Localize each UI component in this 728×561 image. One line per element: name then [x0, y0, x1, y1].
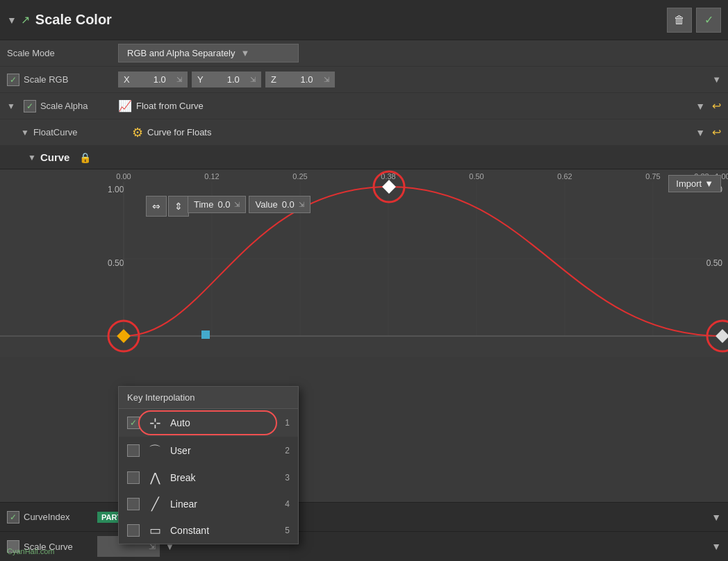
value-label: Value	[255, 199, 277, 210]
rgb-extra-arrow-icon[interactable]: ▼	[712, 74, 721, 85]
key-interp-title: Key Interpolation	[127, 392, 195, 403]
value-value: 0.0	[282, 199, 295, 210]
float-curve-row: ▼ FloatCurve ⚙ Curve for Floats ▼ ↩	[0, 119, 728, 146]
scale-alpha-content: 📈 Float from Curve ▼ ↩	[118, 99, 721, 112]
ki-constant-num: 5	[285, 526, 290, 535]
main-panel: ▼ ↗ Scale Color 🗑 ✓ Scale Mode RGB and A…	[0, 0, 728, 561]
scale-mode-label: Scale Mode	[7, 48, 118, 58]
scale-alpha-arrow-icon[interactable]: ▼	[695, 101, 705, 112]
scale-rgb-inputs: X 1.0 ⇲ Y 1.0 ⇲ Z 1.0 ⇲ ▼	[118, 72, 721, 87]
collapse-arrow-icon[interactable]: ▼	[7, 15, 17, 26]
scale-curve-arrow-icon[interactable]: ▼	[711, 541, 721, 552]
svg-text:0.75: 0.75	[645, 172, 660, 181]
ki-break-icon: ⋀	[147, 470, 163, 485]
svg-rect-20	[382, 180, 396, 194]
key-interp-header: Key Interpolation	[119, 387, 298, 409]
watermark: CyanHall.com	[7, 547, 54, 555]
svg-text:0.00: 0.00	[116, 172, 131, 181]
check-icon: ✓	[704, 13, 713, 26]
curve-index-checkbox[interactable]: ✓	[7, 511, 19, 524]
float-curve-arrow-icon[interactable]: ▼	[695, 127, 705, 138]
y-axis-scale-button[interactable]: ⇕	[168, 196, 189, 217]
curve-index-arrow-icon[interactable]: ▼	[711, 512, 721, 523]
scale-rgb-x-value: 1.0	[154, 74, 166, 85]
scale-rgb-z-input[interactable]: Z 1.0 ⇲	[265, 72, 335, 87]
ki-auto-checkbox: ✓	[127, 417, 140, 429]
scale-rgb-z-label: Z	[271, 74, 276, 85]
scale-rgb-row: ✓ Scale RGB X 1.0 ⇲ Y 1.0 ⇲ Z 1.0 ⇲ ▼	[0, 67, 728, 93]
scale-alpha-checkbox[interactable]: ✓	[24, 100, 36, 112]
ki-linear-icon: ╱	[147, 496, 163, 512]
import-button[interactable]: Import ▼	[668, 175, 721, 192]
ki-auto-check-icon: ✓	[130, 418, 137, 428]
ki-break-checkbox	[127, 471, 140, 484]
dropdown-arrow-icon: ▼	[240, 48, 249, 58]
confirm-button[interactable]: ✓	[696, 8, 721, 33]
float-curve-label-inner: ▼ FloatCurve	[21, 127, 132, 137]
time-expand-icon: ⇲	[234, 201, 240, 208]
key-interp-user[interactable]: ⌒ User 2	[119, 437, 298, 464]
curve-svg: 0.00 0.12 0.25 0.38 0.50 0.62 0.75 0.88 …	[0, 169, 728, 357]
time-input[interactable]: Time 0.0 ⇲	[188, 196, 246, 213]
scale-rgb-y-input[interactable]: Y 1.0 ⇲	[192, 72, 261, 87]
svg-rect-22	[201, 330, 210, 339]
ki-linear-checkbox	[127, 498, 140, 510]
float-curve-content: ⚙ Curve for Floats ▼ ↩	[132, 125, 721, 140]
scale-rgb-x-input[interactable]: X 1.0 ⇲	[118, 72, 188, 87]
float-curve-collapse-icon[interactable]: ▼	[21, 128, 29, 137]
ki-break-label: Break	[170, 472, 278, 483]
curve-index-check-icon: ✓	[10, 512, 17, 522]
scale-mode-value: RGB and Alpha Separately	[127, 48, 235, 58]
bottom-area: ✓ CurveIndex PARTICLES NormalizedAge ▼ S…	[0, 502, 728, 561]
scale-mode-dropdown[interactable]: RGB and Alpha Separately ▼	[118, 44, 299, 62]
cylinder-stack-icon: ⚙	[132, 125, 143, 140]
key-interp-constant[interactable]: ▭ Constant 5	[119, 517, 298, 544]
key-interp-auto[interactable]: ✓ ⊹ Auto 1	[119, 409, 298, 437]
float-curve-label-wrap: ▼ FloatCurve	[21, 127, 132, 137]
scale-curve-row: Scale Curve ⇲ ▼ ▼	[0, 531, 728, 561]
scale-rgb-y-value: 1.0	[227, 74, 240, 85]
ki-auto-num: 1	[285, 418, 290, 428]
value-input[interactable]: Value 0.0 ⇲	[249, 196, 310, 213]
key-interpolation-dropdown: Key Interpolation ✓ ⊹ Auto 1 ⌒ User 2 ⋀ …	[118, 386, 299, 544]
key-interp-linear[interactable]: ╱ Linear 4	[119, 491, 298, 517]
curve-index-label-wrap: ✓ CurveIndex	[7, 511, 97, 524]
curve-index-row: ✓ CurveIndex PARTICLES NormalizedAge ▼	[0, 502, 728, 531]
key-interp-break[interactable]: ⋀ Break 3	[119, 464, 298, 491]
scale-alpha-check-icon: ✓	[26, 101, 33, 111]
scale-alpha-undo-icon[interactable]: ↩	[712, 99, 721, 112]
float-curve-undo-icon[interactable]: ↩	[712, 126, 721, 139]
float-from-curve-label: Float from Curve	[136, 101, 204, 111]
expand-z-icon: ⇲	[324, 76, 329, 83]
float-curve-actions: ▼ ↩	[695, 126, 721, 139]
axis-buttons: ⇔ ⇕	[146, 196, 189, 217]
x-axis-scale-button[interactable]: ⇔	[146, 196, 167, 217]
curve-index-cb-wrap: ✓ CurveIndex	[7, 511, 97, 524]
ki-linear-label: Linear	[170, 499, 278, 510]
ki-user-checkbox	[127, 444, 140, 457]
ki-constant-checkbox	[127, 524, 140, 537]
svg-text:0.62: 0.62	[557, 172, 572, 181]
scale-rgb-x-label: X	[124, 74, 130, 85]
ki-user-label: User	[170, 445, 278, 456]
time-value-inputs: Time 0.0 ⇲ Value 0.0 ⇲	[188, 196, 311, 213]
scale-alpha-label-wrap: ▼ ✓ Scale Alpha	[7, 100, 118, 112]
time-value: 0.0	[217, 199, 230, 210]
expand-x-icon: ⇲	[176, 76, 182, 83]
curve-lock-icon: 🔒	[79, 152, 91, 163]
curve-section-title: Curve	[40, 151, 70, 163]
scale-alpha-actions: ▼ ↩	[695, 99, 721, 112]
ki-user-icon: ⌒	[147, 442, 163, 459]
trash-icon: 🗑	[674, 14, 685, 26]
ki-auto-label: Auto	[170, 417, 278, 428]
expand-y-icon: ⇲	[250, 76, 256, 83]
scale-alpha-collapse-icon[interactable]: ▼	[7, 101, 15, 111]
svg-text:0.50: 0.50	[469, 172, 483, 181]
ki-constant-label: Constant	[170, 525, 278, 536]
scale-rgb-label: Scale RGB	[24, 74, 68, 85]
trash-button[interactable]: 🗑	[667, 8, 692, 33]
scale-rgb-checkbox[interactable]: ✓	[7, 74, 19, 86]
scale-rgb-label-wrap: ✓ Scale RGB	[7, 74, 118, 86]
curve-canvas[interactable]: 1.00 0.50 1.00 0.50 Import ▼ ⇔ ⇕ Time 0.…	[0, 169, 728, 357]
curve-collapse-icon[interactable]: ▼	[28, 153, 36, 162]
